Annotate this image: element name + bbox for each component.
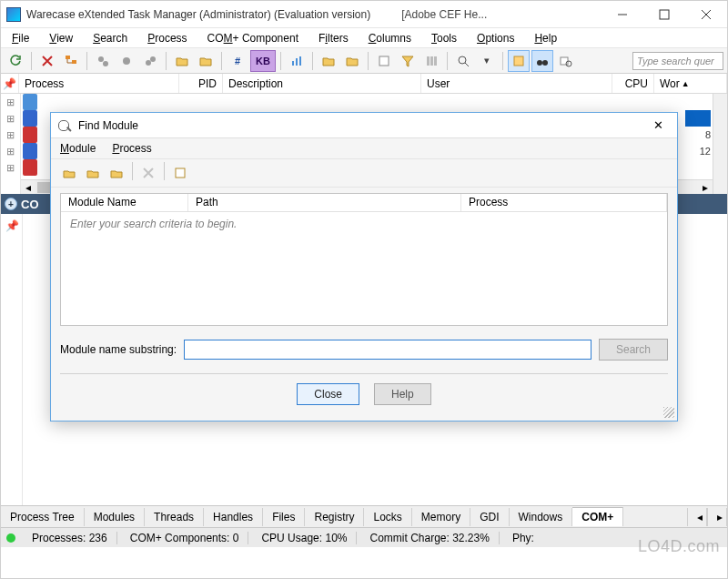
tab-registry[interactable]: Registry	[305, 508, 364, 526]
minimize-button[interactable]	[602, 1, 643, 28]
close-button[interactable]	[685, 1, 727, 28]
dialog-menu-module[interactable]: Module	[60, 142, 96, 155]
gears3-icon[interactable]	[139, 50, 161, 72]
tab-handles[interactable]: Handles	[204, 508, 263, 526]
search-input[interactable]: Type search quer	[632, 52, 723, 70]
dialog-menu-process[interactable]: Process	[112, 142, 151, 155]
find-icon[interactable]	[452, 50, 474, 72]
find-icon	[58, 118, 73, 133]
expand-icon[interactable]: ⊞	[1, 159, 20, 176]
tab-com[interactable]: COM+	[572, 507, 623, 526]
find-module-icon[interactable]	[555, 50, 577, 72]
col-process[interactable]: Process	[461, 194, 667, 211]
kb-button[interactable]: KB	[250, 50, 276, 72]
folder4-icon[interactable]	[341, 50, 363, 72]
row-value: 8	[685, 127, 711, 143]
binoculars-icon[interactable]	[531, 50, 553, 72]
menu-process[interactable]: Process	[142, 30, 192, 46]
tab-files[interactable]: Files	[263, 508, 305, 526]
pin-column-icon[interactable]: 📌	[1, 74, 19, 93]
close-dialog-button[interactable]: Close	[297, 383, 359, 405]
col-process[interactable]: Process	[19, 74, 179, 93]
app-icon	[6, 7, 21, 22]
dialog-toolbar	[51, 158, 677, 188]
gears2-icon[interactable]	[116, 50, 137, 72]
tab-threads[interactable]: Threads	[145, 508, 204, 526]
filter-icon[interactable]	[397, 50, 419, 72]
menu-filters[interactable]: Filters	[313, 30, 354, 46]
substring-label: Module name substring:	[60, 343, 177, 356]
folder3-icon[interactable]	[318, 50, 339, 72]
tab-windows[interactable]: Windows	[510, 508, 573, 526]
expand-icon[interactable]: ⊞	[1, 143, 20, 159]
menu-file[interactable]: File	[6, 30, 35, 46]
col-module-name[interactable]: Module Name	[61, 194, 188, 211]
svg-rect-10	[299, 56, 301, 66]
resize-grip[interactable]	[663, 407, 674, 418]
open-icon[interactable]	[58, 162, 80, 184]
col-description[interactable]: Description	[223, 74, 421, 93]
properties-icon[interactable]	[169, 162, 191, 184]
expand-icon[interactable]: ⊞	[1, 127, 20, 143]
menu-options[interactable]: Options	[471, 30, 520, 46]
tab-locks[interactable]: Locks	[364, 508, 411, 526]
pin-gutter-lower: 📌	[1, 214, 23, 505]
svg-point-17	[537, 60, 542, 66]
list-prompt: Enter your search criteria to begin.	[61, 212, 667, 236]
svg-point-15	[459, 56, 466, 64]
folder1-icon[interactable]	[171, 50, 193, 72]
com-label: CO	[21, 198, 39, 211]
menu-columns[interactable]: Columns	[363, 30, 417, 46]
pin-icon[interactable]: 📌	[5, 219, 18, 232]
hash-button[interactable]: #	[227, 50, 248, 72]
titlebar: Warecase eXtended Task Manager (Administ…	[1, 1, 727, 28]
module-icon[interactable]	[373, 50, 395, 72]
col-pid[interactable]: PID	[179, 74, 223, 93]
svg-rect-9	[296, 58, 298, 66]
tab-gdi[interactable]: GDI	[470, 508, 509, 526]
expand-icon[interactable]: ⊞	[1, 110, 20, 127]
refresh-icon[interactable]	[5, 50, 26, 72]
delete-icon[interactable]	[137, 162, 159, 184]
col-user[interactable]: User	[421, 74, 612, 93]
tab-scroll-right[interactable]: ▸	[707, 508, 727, 526]
help-button[interactable]: Help	[374, 383, 431, 405]
svg-point-18	[542, 60, 548, 66]
menu-help[interactable]: Help	[529, 30, 562, 46]
module-list[interactable]: Module Name Path Process Enter your sear…	[60, 193, 668, 326]
pin-gutter: ⊞ ⊞ ⊞ ⊞ ⊞	[1, 94, 21, 194]
gears-icon[interactable]	[92, 50, 114, 72]
expand-icon[interactable]: ⊞	[1, 94, 20, 110]
menu-com[interactable]: COM+ Component	[202, 30, 304, 46]
open2-icon[interactable]	[82, 162, 104, 184]
dialog-close-button[interactable]: ✕	[646, 118, 670, 132]
menu-tools[interactable]: Tools	[426, 30, 462, 46]
maximize-button[interactable]	[643, 1, 685, 28]
open3-icon[interactable]	[106, 162, 127, 184]
v-scrollbar[interactable]	[713, 94, 727, 194]
columns-icon[interactable]	[420, 50, 442, 72]
col-wor[interactable]: Wor ▲	[654, 74, 727, 93]
find-arrow-icon[interactable]: ▾	[476, 50, 498, 72]
plus-icon[interactable]: +	[5, 198, 17, 210]
substring-input[interactable]	[184, 340, 592, 360]
chart-icon[interactable]	[286, 50, 308, 72]
dialog-title: Find Module	[78, 119, 138, 132]
tab-modules[interactable]: Modules	[85, 508, 145, 526]
folder2-icon[interactable]	[195, 50, 217, 72]
col-cpu[interactable]: CPU	[612, 74, 654, 93]
col-path[interactable]: Path	[188, 194, 461, 211]
dialog-titlebar[interactable]: Find Module ✕	[51, 113, 677, 138]
tree-icon[interactable]	[60, 50, 82, 72]
dialog-menu: Module Process	[51, 138, 677, 158]
status-cpu: CPU Usage: 10%	[252, 532, 357, 544]
tab-scroll-left[interactable]: ◂	[687, 508, 707, 526]
svg-point-6	[146, 60, 151, 66]
kill-icon[interactable]	[36, 50, 58, 72]
tab-memory[interactable]: Memory	[412, 508, 470, 526]
tab-process-tree[interactable]: Process Tree	[1, 508, 85, 526]
menu-search[interactable]: Search	[87, 30, 133, 46]
highlight-icon[interactable]	[508, 50, 530, 72]
menu-view[interactable]: View	[44, 30, 78, 46]
search-button[interactable]: Search	[599, 339, 668, 361]
